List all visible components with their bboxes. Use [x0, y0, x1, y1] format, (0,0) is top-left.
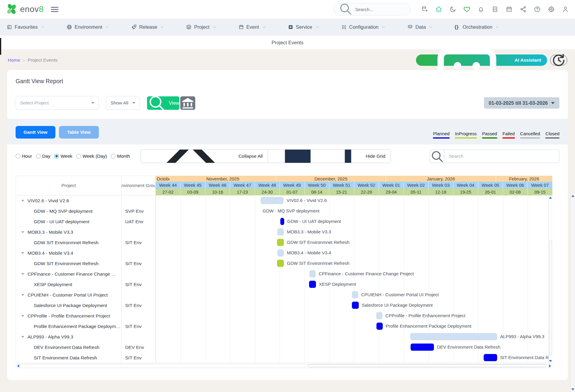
timescale-radio-week[interactable]: Week: [54, 154, 72, 159]
gantt-row-child[interactable]: DEV Environment Data RefreshDEV Env: [16, 342, 156, 353]
page-scroll-down-arrow[interactable]: [571, 388, 574, 391]
moon-icon[interactable]: [449, 6, 456, 13]
collapse-caret-icon[interactable]: [21, 231, 24, 233]
radio-button[interactable]: [16, 154, 20, 159]
user-icon[interactable]: [562, 6, 569, 13]
gantt-search-input[interactable]: [444, 150, 559, 163]
gantt-bar-parent[interactable]: [277, 228, 284, 235]
gantt-bar-parent[interactable]: [376, 312, 382, 319]
gantt-row-child[interactable]: Salesforce UI Package DeploymentSIT Env: [16, 300, 156, 311]
project-cell[interactable]: XESP Deployment: [16, 279, 122, 290]
gantt-row-child[interactable]: GDW SIT Environmnet RefreshSIT Env: [16, 237, 156, 248]
scroll-down-arrow[interactable]: [549, 360, 552, 362]
gantt-bar-parent[interactable]: [352, 291, 358, 298]
bank-button[interactable]: [180, 96, 195, 110]
gantt-vertical-scrollbar[interactable]: [548, 195, 553, 363]
scroll-left-arrow[interactable]: [17, 364, 19, 367]
radio-button[interactable]: [76, 154, 81, 159]
gantt-bar-parent[interactable]: [410, 333, 497, 340]
gantt-row-child[interactable]: GDW - MQ SVP deploymentSVP Env: [16, 206, 156, 216]
gantt-row-child[interactable]: SIT Environment Data RefreshSIT Env: [16, 353, 156, 363]
hamburger-menu-icon[interactable]: [51, 7, 58, 12]
gantt-row-parent[interactable]: CPUIENH - Customer Portal UI Project: [16, 290, 156, 300]
gantt-search-button[interactable]: [430, 150, 444, 163]
gantt-row-child[interactable]: GDW SIT Environmnet RefreshSIT Env: [16, 258, 156, 269]
project-cell[interactable]: DEV Environment Data Refresh: [16, 342, 122, 353]
ai-assistant-button[interactable]: AI Assistant: [416, 54, 547, 66]
project-cell[interactable]: CPFinance - Customer Finance Change Proj…: [16, 269, 122, 279]
breadcrumb-home-link[interactable]: Home: [8, 57, 20, 63]
hide-grid-button[interactable]: Hide Grid: [268, 150, 390, 163]
enov8-logo[interactable]: enov8: [6, 4, 44, 15]
page-scroll-up-arrow[interactable]: [571, 195, 574, 197]
gantt-bar-parent[interactable]: [277, 249, 284, 256]
project-cell[interactable]: GDW - UI UAT deployment: [16, 216, 122, 227]
database-add-icon[interactable]: [421, 6, 428, 13]
show-all-dropdown[interactable]: Show All: [106, 96, 140, 110]
gantt-bar-planned[interactable]: [411, 344, 434, 351]
collapse-caret-icon[interactable]: [21, 315, 24, 317]
project-cell[interactable]: GDW SIT Environmnet Refresh: [16, 258, 122, 269]
collapse-caret-icon[interactable]: [21, 273, 24, 275]
gantt-row-child[interactable]: GDW - UI UAT deploymentUAT Env: [16, 216, 156, 227]
settings-icon[interactable]: [548, 6, 555, 13]
vertical-scroll-thumb[interactable]: [549, 240, 552, 355]
heart-icon[interactable]: [463, 6, 470, 13]
date-range-selector[interactable]: 01-03-2025 till 31-03-2026: [484, 97, 559, 109]
gantt-bar-planned[interactable]: [376, 323, 383, 330]
gantt-row-parent[interactable]: ALP993 - Alpha V99.3: [16, 332, 156, 342]
gantt-row-parent[interactable]: VIV02.6 - Vivid V2.6: [16, 195, 156, 206]
collapse-caret-icon[interactable]: [21, 252, 24, 254]
select-project-dropdown[interactable]: Select Project: [16, 96, 99, 110]
radio-button[interactable]: [36, 154, 41, 159]
timescale-radio-week-day-[interactable]: Week (Day): [76, 154, 107, 159]
bell-icon[interactable]: [477, 6, 485, 13]
view-button[interactable]: View: [147, 96, 179, 110]
history-button[interactable]: [550, 55, 567, 66]
collapse-caret-icon[interactable]: [21, 294, 24, 296]
nav-item-project[interactable]: Project: [186, 24, 216, 30]
collapse-caret-icon[interactable]: [21, 200, 24, 202]
project-cell[interactable]: MOB3.3 - Mobile V3.3: [16, 227, 122, 237]
nav-item-favourites[interactable]: Favourites: [7, 24, 45, 30]
global-search-input[interactable]: [355, 7, 406, 12]
gantt-bar-parent[interactable]: [309, 270, 316, 277]
nav-item-service[interactable]: Service: [288, 24, 319, 30]
project-cell[interactable]: MOB3.4 - Mobile V3.4: [16, 248, 122, 258]
gantt-row-child[interactable]: Profile Enhancement Package DeploymentSI…: [16, 321, 156, 332]
project-cell[interactable]: CPUIENH - Customer Portal UI Project: [16, 290, 122, 300]
collapse-all-button[interactable]: Collapse All: [141, 150, 268, 163]
timescale-radio-day[interactable]: Day: [36, 154, 51, 159]
gantt-row-parent[interactable]: MOB3.4 - Mobile V3.4: [16, 248, 156, 258]
gantt-bar-inprogress[interactable]: [277, 260, 284, 267]
gantt-bar-planned[interactable]: [484, 354, 497, 361]
horizontal-scroll-thumb[interactable]: [308, 364, 546, 367]
project-cell[interactable]: GDW SIT Environmnet Refresh: [16, 237, 122, 248]
project-cell[interactable]: CPProfile - Profile Enhancement Project: [16, 311, 122, 321]
project-cell[interactable]: GDW - MQ SVP deployment: [16, 206, 122, 216]
nav-item-configuration[interactable]: Configuration: [341, 24, 385, 30]
project-cell[interactable]: VIV02.6 - Vivid V2.6: [16, 195, 122, 206]
project-cell[interactable]: ALP993 - Alpha V99.3: [16, 332, 122, 342]
gantt-row-parent[interactable]: CPProfile - Profile Enhancement Project: [16, 311, 156, 321]
timescale-radio-month[interactable]: Month: [111, 154, 130, 159]
collapse-caret-icon[interactable]: [21, 336, 24, 338]
gantt-bar-planned[interactable]: [280, 218, 284, 225]
radio-button[interactable]: [111, 154, 116, 159]
nav-item-event[interactable]: Event: [238, 24, 266, 30]
gantt-bar-parent[interactable]: [261, 197, 284, 204]
help-icon[interactable]: [534, 6, 541, 13]
radio-button[interactable]: [54, 154, 59, 159]
share-icon[interactable]: [520, 6, 527, 13]
global-search[interactable]: [334, 3, 411, 16]
scroll-right-arrow[interactable]: [549, 364, 551, 367]
page-scrollbar[interactable]: [571, 193, 575, 392]
tab-table-view[interactable]: Table View: [59, 126, 99, 139]
project-cell[interactable]: Salesforce UI Package Deployment: [16, 300, 122, 311]
gantt-row-child[interactable]: XESP DeploymentSIT Env: [16, 279, 156, 290]
project-cell[interactable]: SIT Environment Data Refresh: [16, 353, 122, 363]
gantt-horizontal-scrollbar[interactable]: [16, 364, 553, 368]
scroll-up-arrow[interactable]: [549, 197, 552, 199]
gantt-bar-inprogress[interactable]: [277, 239, 284, 246]
archive-icon[interactable]: [491, 6, 499, 13]
